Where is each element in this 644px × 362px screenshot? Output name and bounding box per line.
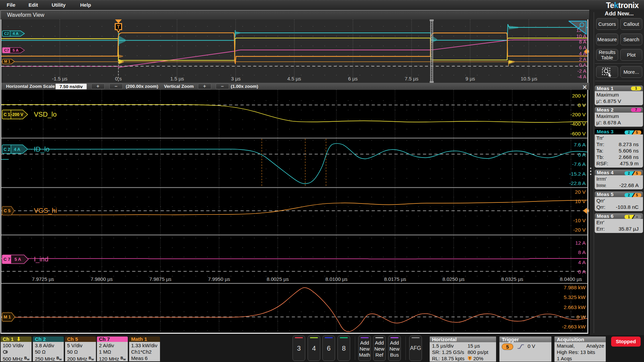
svg-text:-2 A: -2 A	[577, 68, 586, 74]
svg-text:3 µs: 3 µs	[231, 76, 241, 81]
svg-text:8.0025 µs: 8.0025 µs	[267, 276, 289, 282]
svg-text:10 A: 10 A	[576, 33, 586, 39]
svg-text:8.0175 µs: 8.0175 µs	[384, 276, 406, 282]
svg-text:C 7: C 7	[3, 257, 10, 262]
svg-text:T: T	[117, 24, 120, 29]
svg-text:C7: C7	[4, 48, 9, 52]
svg-text:4 A: 4 A	[14, 147, 20, 152]
svg-text:20 V: 20 V	[575, 189, 586, 195]
svg-text:7.5 µs: 7.5 µs	[405, 76, 418, 81]
svg-text:5: 5	[636, 171, 638, 175]
svg-text:1: 1	[628, 215, 630, 219]
svg-text:2: 2	[628, 193, 630, 197]
svg-text:2 A: 2 A	[579, 56, 586, 62]
svg-text:0 A: 0 A	[579, 62, 586, 68]
svg-text:I_ind: I_ind	[34, 255, 48, 263]
svg-text:VGS_hi: VGS_hi	[34, 207, 57, 215]
svg-text:8 A: 8 A	[579, 39, 586, 45]
svg-text:6 µs: 6 µs	[348, 76, 358, 81]
svg-text:-10 V: -10 V	[573, 218, 586, 223]
svg-text:2.663 kW: 2.663 kW	[564, 304, 586, 310]
svg-text:7.9800 µs: 7.9800 µs	[91, 276, 113, 282]
svg-text:-20 V: -20 V	[573, 227, 586, 233]
svg-text:0 A: 0 A	[578, 269, 586, 275]
svg-text:T: T	[469, 357, 471, 360]
svg-text:12 A: 12 A	[575, 240, 586, 246]
svg-text:+: +	[636, 215, 638, 219]
svg-text:-400 V: -400 V	[570, 121, 586, 127]
svg-text:200 V: 200 V	[572, 93, 586, 99]
svg-text:8 A: 8 A	[578, 249, 586, 255]
svg-text:0 s: 0 s	[115, 76, 122, 81]
svg-text:5 A: 5 A	[14, 257, 21, 262]
svg-text:7.9875 µs: 7.9875 µs	[149, 276, 171, 282]
svg-text:10.5 µs: 10.5 µs	[521, 76, 537, 81]
svg-text:-1.5 µs: -1.5 µs	[52, 76, 67, 81]
svg-text:1.5 µs: 1.5 µs	[170, 76, 184, 81]
svg-text:-22.8 A: -22.8 A	[569, 180, 586, 186]
svg-text:7.9950 µs: 7.9950 µs	[208, 276, 230, 282]
svg-text:5 A: 5 A	[13, 48, 18, 52]
svg-text:5: 5	[636, 193, 638, 197]
svg-text:2: 2	[628, 130, 630, 134]
svg-text:VSD_lo: VSD_lo	[34, 111, 57, 118]
svg-text:-200 V: -200 V	[570, 112, 586, 117]
svg-text:4 A: 4 A	[578, 259, 586, 265]
svg-text:ID_lo: ID_lo	[34, 145, 50, 153]
svg-text:7.6 A: 7.6 A	[574, 142, 586, 147]
svg-text:7.9725 µs: 7.9725 µs	[32, 276, 54, 282]
svg-text:-2.663 kW: -2.663 kW	[562, 324, 586, 329]
svg-text:C 5: C 5	[4, 208, 10, 213]
svg-text:5.325 kW: 5.325 kW	[564, 294, 586, 300]
svg-text:8.0400 µs: 8.0400 µs	[560, 276, 582, 282]
svg-text:-200 V: -200 V	[11, 112, 23, 117]
svg-text:C2: C2	[4, 32, 9, 36]
svg-text:M 1: M 1	[4, 59, 10, 63]
svg-text:4.5 µs: 4.5 µs	[287, 76, 301, 81]
svg-text:-4 A: -4 A	[577, 74, 586, 79]
svg-text:7.988 kW: 7.988 kW	[564, 285, 586, 290]
svg-text:2: 2	[628, 171, 630, 175]
svg-text:-600 V: -600 V	[570, 131, 586, 136]
svg-text:4 A: 4 A	[13, 32, 18, 36]
svg-text:10 V: 10 V	[575, 198, 586, 204]
svg-text:0 A: 0 A	[578, 152, 586, 158]
svg-text:-7.6 A: -7.6 A	[572, 161, 586, 167]
svg-text:8.0325 µs: 8.0325 µs	[501, 276, 523, 282]
svg-text:9 µs: 9 µs	[466, 76, 475, 81]
svg-text:5: 5	[636, 130, 638, 134]
svg-text:6 A: 6 A	[579, 45, 586, 50]
svg-text:C 1: C 1	[4, 112, 10, 117]
svg-text:C 2: C 2	[4, 147, 10, 152]
svg-text:M 1: M 1	[4, 314, 11, 319]
svg-text:8.0250 µs: 8.0250 µs	[442, 276, 465, 282]
svg-text:-15.2 A: -15.2 A	[569, 171, 586, 177]
svg-text:0 W: 0 W	[576, 314, 586, 320]
svg-text:0 V: 0 V	[578, 102, 586, 108]
svg-text:8.0100 µs: 8.0100 µs	[325, 276, 347, 282]
